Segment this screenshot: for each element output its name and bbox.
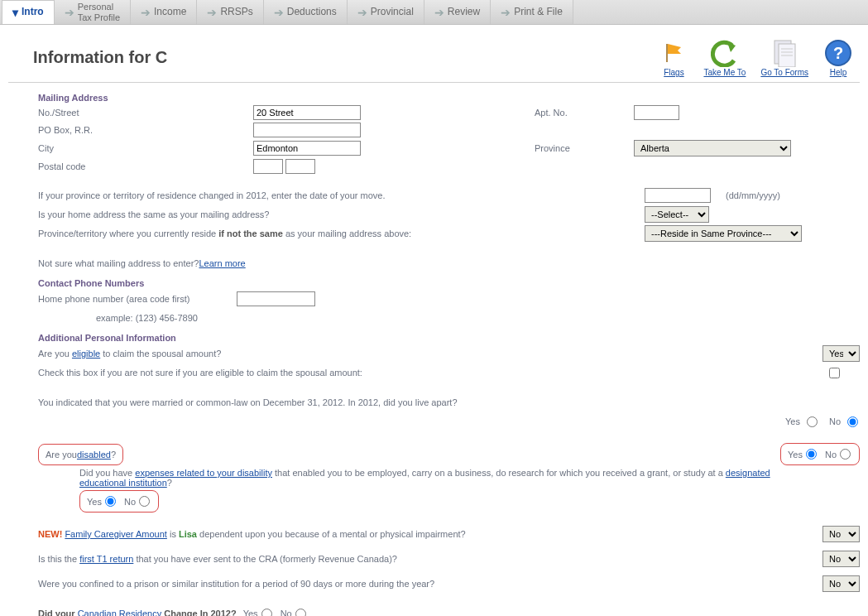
- expense-answer-box: Yes No: [79, 490, 159, 513]
- residency-text: Did your Canadian Residency Change In 20…: [38, 609, 237, 616]
- expense-text: Did you have expenses related to your di…: [79, 468, 799, 488]
- pobox-label: PO Box, R.R.: [38, 125, 253, 135]
- no-street-label: No./Street: [38, 108, 253, 118]
- tab-income[interactable]: ➔ Income: [131, 0, 197, 24]
- arrow-right-icon: ➔: [274, 6, 284, 19]
- checkbox-text: Check this box if you are not sure if yo…: [38, 368, 829, 378]
- home-phone-label: Home phone number (area code first): [38, 294, 237, 304]
- expense-yes-radio[interactable]: [105, 496, 116, 507]
- arrow-right-icon: ➔: [207, 6, 217, 19]
- eligible-link[interactable]: eligible: [72, 349, 100, 359]
- postal-label: Postal code: [38, 161, 253, 171]
- reside-select[interactable]: ---Reside in Same Province---: [645, 225, 802, 242]
- eligible-select[interactable]: Yes: [822, 345, 860, 362]
- additional-info-header: Additional Personal Information: [38, 333, 860, 343]
- top-tab-bar: ▾ Intro ➔ PersonalTax Profile ➔ Income ➔…: [0, 0, 868, 25]
- svg-text:?: ?: [833, 44, 843, 62]
- flag-icon: [659, 38, 688, 68]
- flags-button[interactable]: Flags: [659, 38, 688, 77]
- arrow-right-icon: ➔: [65, 6, 74, 19]
- move-date-text: If your province or territory of residen…: [38, 190, 645, 200]
- tab-rrsps[interactable]: ➔ RRSPs: [197, 0, 263, 24]
- city-input[interactable]: [253, 141, 361, 156]
- go-to-forms-button[interactable]: Go To Forms: [760, 38, 808, 77]
- move-date-hint: (dd/mm/yyyy): [726, 190, 780, 200]
- same-address-text: Is your home address the same as your ma…: [38, 209, 645, 219]
- not-sure-checkbox[interactable]: [829, 368, 840, 378]
- tab-review[interactable]: ➔ Review: [424, 0, 491, 24]
- take-me-to-button[interactable]: Take Me To: [703, 38, 746, 77]
- residency-no-radio[interactable]: [295, 609, 306, 617]
- prison-text: Were you confined to a prison or similar…: [38, 579, 822, 589]
- tab-provincial[interactable]: ➔ Provincial: [348, 0, 424, 24]
- curved-arrow-icon: [710, 38, 740, 68]
- help-icon: ?: [823, 38, 853, 68]
- arrow-right-icon: ➔: [434, 6, 444, 19]
- first-t1-link[interactable]: first T1 return: [79, 554, 133, 564]
- arrow-right-icon: ➔: [357, 6, 367, 19]
- eligible-text: Are you eligible to claim the spousal am…: [38, 349, 822, 359]
- learn-more-link[interactable]: Learn more: [199, 258, 245, 268]
- arrow-right-icon: ➔: [141, 6, 151, 19]
- fca-select[interactable]: No: [822, 526, 860, 542]
- disability-expenses-link[interactable]: expenses related to your disability: [135, 468, 272, 478]
- toolbar: Flags Take Me To Go To Forms ? Help: [659, 38, 860, 77]
- family-caregiver-link[interactable]: Family Caregiver Amount: [65, 529, 167, 539]
- reside-text: Province/territory where you currently r…: [38, 229, 645, 238]
- forms-icon: [770, 38, 799, 68]
- tab-deductions[interactable]: ➔ Deductions: [264, 0, 348, 24]
- disabled-no-radio[interactable]: [840, 449, 851, 460]
- first-t1-text: Is this the first T1 return that you hav…: [38, 554, 822, 564]
- city-label: City: [38, 143, 253, 153]
- not-sure-text: Not sure what mailing address to enter?: [38, 258, 199, 268]
- postal-input-1[interactable]: [253, 159, 283, 174]
- first-t1-select[interactable]: No: [822, 551, 860, 567]
- live-apart-yes-radio[interactable]: [807, 416, 818, 427]
- disabled-link[interactable]: disabled: [77, 450, 111, 460]
- same-address-select[interactable]: --Select--: [645, 206, 709, 223]
- expense-no-radio[interactable]: [139, 496, 150, 507]
- province-label: Province: [535, 143, 634, 153]
- chevron-down-icon: ▾: [12, 6, 18, 19]
- canadian-residency-link[interactable]: Canadian Residency: [78, 609, 162, 616]
- postal-input-2[interactable]: [285, 159, 315, 174]
- disabled-question-box: Are you disabled?: [38, 444, 123, 465]
- residency-yes-radio[interactable]: [261, 609, 272, 617]
- home-phone-input[interactable]: [237, 291, 315, 306]
- no-street-input[interactable]: [253, 105, 361, 120]
- phone-example: example: (123) 456-7890: [38, 313, 198, 323]
- move-date-input[interactable]: [645, 188, 711, 203]
- live-apart-no-radio[interactable]: [847, 416, 858, 427]
- help-button[interactable]: ? Help: [823, 38, 853, 77]
- tab-print-file[interactable]: ➔ Print & File: [491, 0, 573, 24]
- married-apart-text: You indicated that you were married or c…: [38, 397, 860, 407]
- contact-phone-header: Contact Phone Numbers: [38, 278, 860, 288]
- tab-personal-tax-profile[interactable]: ➔ PersonalTax Profile: [55, 0, 131, 24]
- fca-text: NEW! Family Caregiver Amount is Lisa dep…: [38, 529, 822, 539]
- pobox-input[interactable]: [253, 123, 361, 137]
- svg-rect-0: [666, 44, 668, 62]
- mailing-address-header: Mailing Address: [38, 93, 860, 103]
- apt-input[interactable]: [634, 105, 679, 120]
- apt-label: Apt. No.: [535, 108, 634, 118]
- arrow-right-icon: ➔: [501, 6, 511, 19]
- tab-intro[interactable]: ▾ Intro: [2, 0, 55, 24]
- page-title: Information for C: [33, 48, 167, 67]
- disabled-yes-radio[interactable]: [806, 449, 817, 460]
- province-select[interactable]: Alberta: [634, 140, 791, 156]
- disabled-answer-box: Yes No: [780, 443, 860, 465]
- prison-select[interactable]: No: [822, 575, 860, 592]
